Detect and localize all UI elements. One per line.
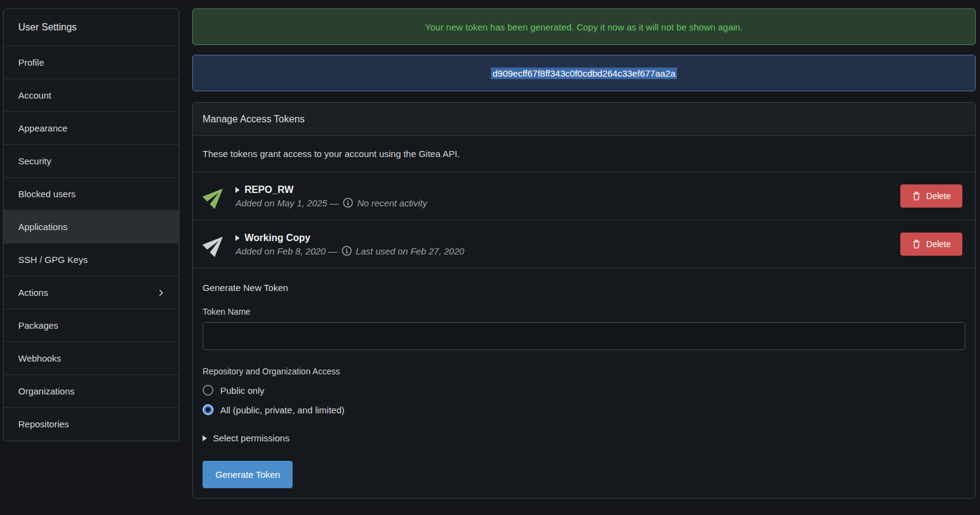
sidebar-item-webhooks[interactable]: Webhooks [4,342,179,374]
expand-triangle-icon [235,235,240,241]
panel-description-text: These tokens grant access to your accoun… [203,149,460,159]
sidebar-item-label: Packages [18,320,58,331]
sidebar-item-profile[interactable]: Profile [4,46,179,79]
sidebar-item-organizations[interactable]: Organizations [4,374,179,407]
token-activity: Last used on Feb 27, 2020 [356,246,464,256]
paper-plane-icon [203,231,228,257]
sidebar-title: User Settings [4,9,179,46]
manage-tokens-panel: Manage Access Tokens These tokens grant … [192,102,976,499]
sidebar-item-repositories[interactable]: Repositories [4,407,179,440]
sidebar-item-actions[interactable]: Actions [4,276,179,309]
delete-button-label: Delete [926,239,951,249]
sidebar-item-label: Webhooks [18,353,61,363]
collapsed-triangle-icon [203,435,207,441]
sidebar-item-ssh-gpg-keys[interactable]: SSH / GPG Keys [4,243,179,276]
sidebar-item-account[interactable]: Account [4,79,179,111]
radio-circle-icon[interactable] [203,385,214,396]
token-info: Working Copy Added on Feb 8, 2020 — Last… [235,233,900,256]
expand-triangle-icon [235,187,240,193]
delete-token-button[interactable]: Delete [900,184,962,208]
token-name-input[interactable] [203,322,965,350]
radio-label: All (public, private, and limited) [220,405,344,415]
token-activity: No recent activity [357,198,427,208]
sidebar-item-label: Blocked users [18,189,75,199]
success-flash-message: Your new token has been generated. Copy … [192,9,976,45]
panel-header: Manage Access Tokens [193,103,975,136]
token-row: REPO_RW Added on May 1, 2025 — No recent… [193,172,975,220]
sidebar-item-label: Security [18,156,51,166]
sidebar-item-security[interactable]: Security [4,144,179,177]
main-content: Your new token has been generated. Copy … [192,9,976,515]
token-name-label: Token Name [203,307,965,317]
token-meta: Added on May 1, 2025 — No recent activit… [235,198,900,208]
token-name: REPO_RW [245,184,294,195]
sidebar-item-label: Appearance [18,123,68,133]
sidebar-item-label: Actions [18,287,48,298]
panel-description: These tokens grant access to your accoun… [193,136,975,172]
token-info: REPO_RW Added on May 1, 2025 — No recent… [235,184,900,208]
token-name-line[interactable]: Working Copy [235,233,900,243]
sidebar-item-packages[interactable]: Packages [4,309,179,342]
info-icon [342,246,352,256]
chevron-right-icon [156,288,165,298]
sidebar-item-label: Account [18,90,51,100]
token-meta: Added on Feb 8, 2020 — Last used on Feb … [235,246,900,256]
generate-token-button[interactable]: Generate Token [203,461,293,488]
radio-all-access[interactable]: All (public, private, and limited) [203,404,344,415]
token-value[interactable]: d909ecff67f8ff343c0f0cdbd264c33ef677aa2a [491,68,678,79]
token-added-date: Added on Feb 8, 2020 — [235,246,338,256]
sidebar-item-applications[interactable]: Applications [4,210,179,243]
form-title: Generate New Token [203,282,965,293]
sidebar-title-label: User Settings [18,22,77,33]
delete-button-label: Delete [926,191,951,201]
sidebar-item-appearance[interactable]: Appearance [4,111,179,144]
info-icon [343,198,353,208]
paper-plane-icon [203,183,228,209]
sidebar-item-label: Applications [18,222,68,232]
sidebar-item-label: SSH / GPG Keys [18,254,88,265]
sidebar-item-label: Profile [18,57,44,68]
sidebar-item-label: Organizations [18,386,75,396]
token-name: Working Copy [245,233,310,243]
trash-icon [912,192,921,201]
trash-icon [912,240,921,249]
settings-sidebar: User Settings Profile Account Appearance… [3,9,179,441]
radio-label: Public only [220,385,265,396]
panel-header-title: Manage Access Tokens [203,114,305,125]
generate-token-form: Generate New Token Token Name Repository… [193,268,975,498]
select-permissions-label: Select permissions [213,433,290,443]
radio-public-only[interactable]: Public only [203,385,265,396]
flash-text: Your new token has been generated. Copy … [425,22,743,32]
select-permissions-toggle[interactable]: Select permissions [203,433,290,443]
radio-circle-icon[interactable] [203,404,214,415]
token-name-line[interactable]: REPO_RW [235,184,900,195]
delete-token-button[interactable]: Delete [900,233,962,256]
sidebar-item-label: Repositories [18,419,69,429]
token-row: Working Copy Added on Feb 8, 2020 — Last… [193,220,975,268]
access-scope-label: Repository and Organization Access [203,366,965,376]
new-token-display[interactable]: d909ecff67f8ff343c0f0cdbd264c33ef677aa2a [192,55,976,91]
sidebar-item-blocked-users[interactable]: Blocked users [4,177,179,210]
token-added-date: Added on May 1, 2025 — [235,198,339,208]
